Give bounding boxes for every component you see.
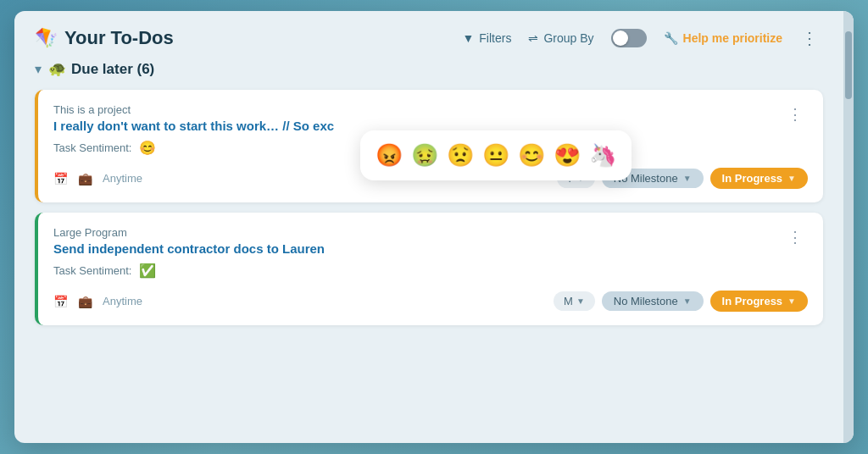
status-chevron: ▼ [787, 174, 796, 183]
task-name-text: I really don't want to start this work… … [53, 119, 293, 133]
help-icon: 🔧 [664, 31, 678, 45]
status-value: In Progress [722, 172, 783, 185]
task-2-milestone-value: No Milestone [614, 295, 678, 307]
task-card-2: Large Program Send independent contracto… [35, 213, 823, 325]
task-2-milestone-dropdown[interactable]: No Milestone ▼ [602, 291, 704, 311]
page-title-icon: 🪁 [35, 27, 58, 49]
task-2-name[interactable]: Send independent contractor docs to Laur… [53, 241, 325, 256]
task-2-sentiment-label: Task Sentiment: [53, 264, 132, 277]
task-2-date: Anytime [103, 295, 142, 307]
task-2-status-value: In Progress [722, 295, 783, 307]
emoji-sad[interactable]: 😟 [445, 141, 476, 170]
task-project: This is a project [53, 103, 334, 116]
task-2-status-dropdown[interactable]: In Progress ▼ [710, 291, 808, 312]
task-name[interactable]: I really don't want to start this work… … [53, 119, 334, 133]
emoji-neutral[interactable]: 😐 [481, 141, 511, 170]
task-2-sentiment-icon: ✅ [139, 263, 156, 279]
section-collapse-button[interactable]: ▾ [35, 61, 42, 77]
task-2-priority-dropdown[interactable]: M ▼ [554, 291, 595, 311]
app-window: 🪁 Your To-Dos ▼ Filters ⇌ Group By 🔧 [14, 11, 854, 443]
task-info: This is a project I really don't want to… [53, 103, 334, 133]
emoji-angry[interactable]: 😡 [374, 141, 404, 170]
task-2-priority-value: M [564, 295, 573, 307]
emoji-smile[interactable]: 😊 [516, 141, 547, 170]
status-dropdown[interactable]: In Progress ▼ [710, 168, 808, 189]
task-2-footer: 📅 💼 Anytime M ▼ No Milestone ▼ In Progre… [53, 291, 808, 312]
milestone-chevron: ▼ [683, 174, 692, 183]
section-emoji: 🐢 [48, 60, 66, 78]
more-menu-button[interactable]: ⋮ [796, 26, 823, 50]
task-meta-left: 📅 💼 Anytime [53, 172, 142, 185]
calendar-icon: 📅 [53, 172, 68, 185]
main-content: 🪁 Your To-Dos ▼ Filters ⇌ Group By 🔧 [14, 11, 843, 443]
groupby-label: Group By [543, 31, 593, 45]
task-2-priority-chevron: ▼ [576, 296, 585, 306]
task-card-header: This is a project I really don't want to… [53, 103, 808, 133]
task-2-project: Large Program [53, 226, 325, 239]
page-title-text: Your To-Dos [64, 27, 174, 49]
briefcase-icon: 💼 [78, 172, 92, 185]
sentiment-icon: 😊 [139, 140, 156, 156]
emoji-sick[interactable]: 🤢 [409, 141, 440, 170]
task-2-briefcase-icon: 💼 [78, 295, 92, 308]
toggle-switch[interactable] [611, 29, 647, 47]
scrollbar[interactable] [843, 11, 854, 443]
groupby-button[interactable]: ⇌ Group By [528, 31, 593, 45]
task-date: Anytime [103, 172, 142, 185]
task-2-info: Large Program Send independent contracto… [53, 226, 325, 256]
scrollbar-thumb[interactable] [845, 31, 852, 99]
task-card: This is a project I really don't want to… [35, 90, 823, 202]
task-more-button[interactable]: ⋮ [782, 103, 808, 125]
header: 🪁 Your To-Dos ▼ Filters ⇌ Group By 🔧 [35, 26, 823, 50]
section-header: ▾ 🐢 Due later (6) [35, 60, 823, 78]
filter-icon: ▼ [462, 31, 474, 45]
help-button[interactable]: 🔧 Help me prioritize [664, 31, 782, 45]
task-2-calendar-icon: 📅 [53, 295, 68, 308]
task-2-meta-right: M ▼ No Milestone ▼ In Progress ▼ [554, 291, 808, 312]
emoji-picker-popup: 😡 🤢 😟 😐 😊 😍 🦄 [360, 130, 632, 180]
groupby-icon: ⇌ [528, 31, 538, 45]
page-title: 🪁 Your To-Dos [35, 27, 174, 49]
task-2-status-chevron: ▼ [787, 296, 796, 306]
header-actions: ▼ Filters ⇌ Group By 🔧 Help me prioritiz… [462, 29, 782, 47]
task-2-more-button[interactable]: ⋮ [782, 226, 808, 248]
emoji-unicorn[interactable]: 🦄 [587, 141, 618, 170]
filters-button[interactable]: ▼ Filters [462, 31, 511, 45]
sentiment-label: Task Sentiment: [53, 141, 132, 154]
task-2-milestone-chevron: ▼ [683, 296, 692, 306]
header-right: ▼ Filters ⇌ Group By 🔧 Help me prioritiz… [462, 26, 823, 50]
emoji-love[interactable]: 😍 [552, 141, 582, 170]
filters-label: Filters [479, 31, 511, 45]
task-2-sentiment-row: Task Sentiment: ✅ [53, 263, 808, 279]
section-title: 🐢 Due later (6) [48, 60, 154, 78]
help-label: Help me prioritize [683, 31, 782, 45]
task-card-2-header: Large Program Send independent contracto… [53, 226, 808, 256]
task-name-bold: So exc [293, 119, 334, 133]
task-2-meta-left: 📅 💼 Anytime [53, 295, 142, 308]
section-title-text: Due later (6) [71, 61, 154, 78]
